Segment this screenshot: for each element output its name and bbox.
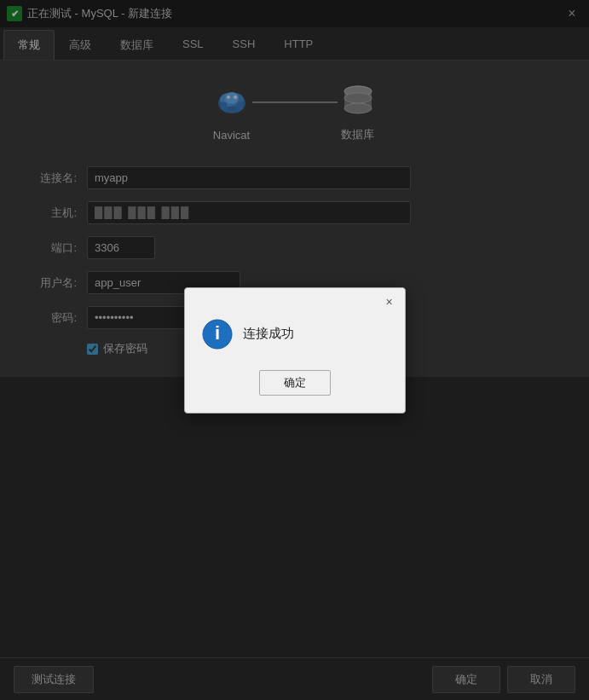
svg-text:i: i	[214, 322, 219, 344]
dialog-body: i 连接成功	[185, 312, 405, 367]
dialog-close-button[interactable]: ×	[381, 293, 398, 310]
dialog-header: ×	[185, 288, 405, 312]
dialog-ok-button[interactable]: 确定	[259, 370, 331, 396]
info-icon: i	[202, 319, 233, 350]
success-dialog: × i 连接成功 确定	[184, 287, 406, 414]
dialog-footer: 确定	[185, 367, 405, 413]
modal-overlay: × i 连接成功 确定	[0, 0, 589, 700]
dialog-message: 连接成功	[243, 326, 294, 342]
